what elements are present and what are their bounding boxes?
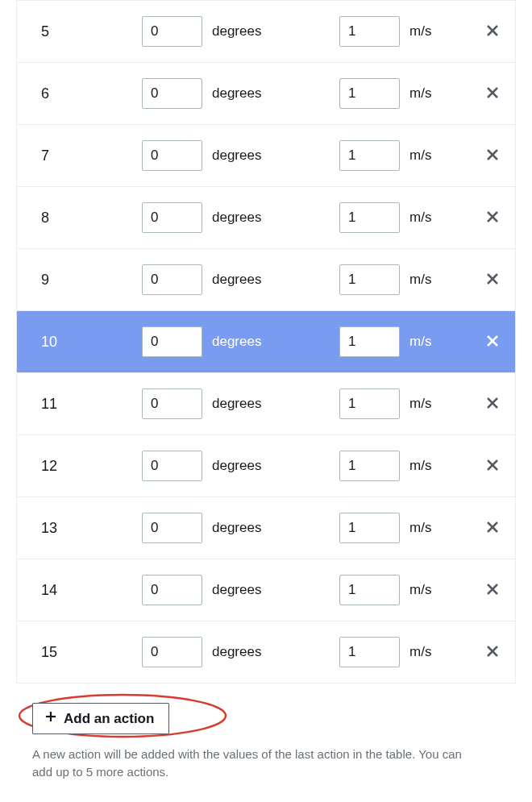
- table-row[interactable]: 6degreesm/s: [17, 62, 515, 124]
- degrees-unit-label: degrees: [212, 272, 261, 288]
- close-cell: [476, 455, 509, 478]
- degrees-cell: degrees: [142, 202, 339, 233]
- close-icon: [485, 334, 500, 351]
- table-row[interactable]: 5degreesm/s: [17, 0, 515, 62]
- close-icon: [485, 396, 500, 413]
- action-table: 5degreesm/s6degreesm/s7degreesm/s8degree…: [16, 0, 516, 684]
- remove-row-button[interactable]: [482, 579, 503, 602]
- close-icon: [485, 210, 500, 226]
- speed-unit-label: m/s: [409, 458, 431, 474]
- close-cell: [476, 579, 509, 602]
- degrees-input[interactable]: [142, 78, 202, 109]
- degrees-cell: degrees: [142, 575, 339, 605]
- speed-cell: m/s: [339, 202, 476, 233]
- close-cell: [476, 393, 509, 416]
- degrees-input[interactable]: [142, 140, 202, 171]
- speed-cell: m/s: [339, 451, 476, 481]
- speed-unit-label: m/s: [409, 85, 431, 102]
- add-action-button[interactable]: Add an action: [32, 703, 169, 734]
- remove-row-button[interactable]: [482, 268, 503, 292]
- close-icon: [485, 644, 500, 661]
- close-icon: [485, 23, 500, 40]
- remove-row-button[interactable]: [482, 82, 503, 106]
- table-row[interactable]: 7degreesm/s: [17, 124, 515, 186]
- degrees-input[interactable]: [142, 389, 202, 419]
- speed-input[interactable]: [339, 451, 400, 481]
- degrees-unit-label: degrees: [212, 458, 261, 474]
- degrees-input[interactable]: [142, 513, 202, 543]
- degrees-unit-label: degrees: [212, 85, 261, 102]
- row-index: 8: [17, 210, 142, 226]
- below-table-section: Add an action A new action will be added…: [0, 684, 532, 797]
- close-cell: [476, 82, 509, 106]
- speed-input[interactable]: [339, 264, 400, 295]
- table-row[interactable]: 8degreesm/s: [17, 186, 515, 248]
- degrees-unit-label: degrees: [212, 23, 261, 39]
- speed-input[interactable]: [339, 78, 400, 109]
- table-row[interactable]: 12degreesm/s: [17, 434, 515, 497]
- close-cell: [476, 641, 509, 664]
- table-row[interactable]: 14degreesm/s: [17, 559, 515, 621]
- degrees-unit-label: degrees: [212, 582, 261, 598]
- speed-unit-label: m/s: [409, 272, 431, 288]
- speed-unit-label: m/s: [409, 334, 431, 350]
- degrees-input[interactable]: [142, 16, 202, 47]
- close-icon: [485, 520, 500, 537]
- table-row[interactable]: 11degreesm/s: [17, 372, 515, 434]
- table-row[interactable]: 15degreesm/s: [17, 621, 515, 683]
- degrees-cell: degrees: [142, 78, 339, 109]
- table-row[interactable]: 13degreesm/s: [17, 497, 515, 559]
- speed-unit-label: m/s: [409, 520, 431, 536]
- degrees-input[interactable]: [142, 637, 202, 667]
- speed-input[interactable]: [339, 202, 400, 233]
- row-index: 15: [17, 644, 142, 661]
- table-row[interactable]: 9degreesm/s: [17, 248, 515, 310]
- remove-row-button[interactable]: [482, 144, 503, 168]
- degrees-unit-label: degrees: [212, 210, 261, 226]
- remove-row-button[interactable]: [482, 455, 503, 478]
- row-index: 10: [17, 334, 142, 351]
- row-index: 13: [17, 520, 142, 537]
- speed-unit-label: m/s: [409, 396, 431, 412]
- speed-input[interactable]: [339, 16, 400, 47]
- degrees-cell: degrees: [142, 451, 339, 481]
- close-cell: [476, 144, 509, 168]
- speed-input[interactable]: [339, 575, 400, 605]
- close-cell: [476, 206, 509, 230]
- degrees-cell: degrees: [142, 326, 339, 357]
- speed-input[interactable]: [339, 637, 400, 667]
- degrees-cell: degrees: [142, 637, 339, 667]
- degrees-input[interactable]: [142, 575, 202, 605]
- close-cell: [476, 268, 509, 292]
- speed-cell: m/s: [339, 140, 476, 171]
- speed-cell: m/s: [339, 78, 476, 109]
- remove-row-button[interactable]: [482, 330, 503, 354]
- speed-input[interactable]: [339, 389, 400, 419]
- row-index: 11: [17, 396, 142, 413]
- close-icon: [485, 458, 500, 475]
- degrees-input[interactable]: [142, 264, 202, 295]
- degrees-unit-label: degrees: [212, 644, 261, 660]
- table-row[interactable]: 10degreesm/s: [17, 310, 515, 372]
- degrees-input[interactable]: [142, 451, 202, 481]
- close-icon: [485, 85, 500, 102]
- row-index: 7: [17, 148, 142, 164]
- speed-input[interactable]: [339, 140, 400, 171]
- remove-row-button[interactable]: [482, 393, 503, 416]
- speed-input[interactable]: [339, 513, 400, 543]
- speed-unit-label: m/s: [409, 23, 431, 39]
- speed-cell: m/s: [339, 264, 476, 295]
- degrees-cell: degrees: [142, 513, 339, 543]
- degrees-input[interactable]: [142, 326, 202, 357]
- degrees-cell: degrees: [142, 389, 339, 419]
- degrees-cell: degrees: [142, 140, 339, 171]
- remove-row-button[interactable]: [482, 20, 503, 44]
- row-index: 14: [17, 582, 142, 599]
- close-icon: [485, 148, 500, 164]
- remove-row-button[interactable]: [482, 206, 503, 230]
- degrees-input[interactable]: [142, 202, 202, 233]
- degrees-unit-label: degrees: [212, 334, 261, 350]
- speed-input[interactable]: [339, 326, 400, 357]
- remove-row-button[interactable]: [482, 641, 503, 664]
- remove-row-button[interactable]: [482, 517, 503, 540]
